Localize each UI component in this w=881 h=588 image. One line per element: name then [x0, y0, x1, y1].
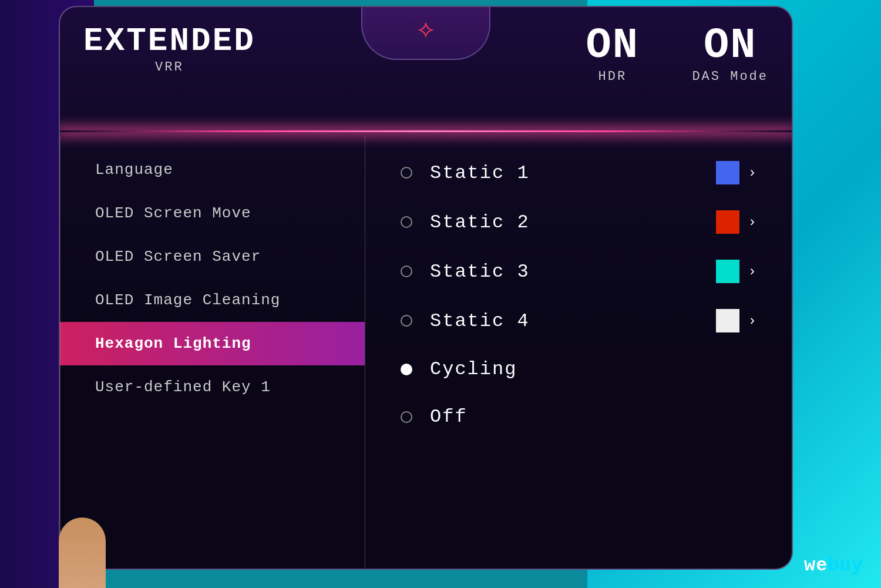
panel-divider — [60, 136, 60, 569]
menu-item-user-defined-key[interactable]: User-defined Key 1 — [60, 365, 365, 409]
logo-notch: ⟡ — [361, 7, 490, 60]
right-options-panel: Static 1 › Static 2 › Static 3 › — [365, 136, 792, 569]
option-label-off: Off — [430, 406, 756, 428]
option-dot-cycling — [401, 364, 412, 375]
content-area: Language OLED Screen Move OLED Screen Sa… — [60, 136, 792, 569]
vrr-value: EXTENDED — [83, 25, 255, 58]
watermark-buy: buy — [828, 555, 863, 576]
das-label: DAS Mode — [692, 69, 768, 84]
watermark-we: we — [804, 555, 828, 576]
vrr-label: VRR — [83, 60, 255, 75]
option-label-cycling: Cycling — [430, 358, 756, 380]
chevron-static1: › — [748, 165, 756, 181]
color-swatch-static3 — [716, 260, 739, 283]
option-static2[interactable]: Static 2 › — [389, 197, 768, 247]
hdr-label: HDR — [586, 69, 639, 84]
monitor-panel: ⟡ EXTENDED VRR ON HDR ON DAS Mode Langua… — [59, 6, 793, 570]
das-value: ON — [692, 25, 768, 67]
option-static4[interactable]: Static 4 › — [389, 296, 768, 345]
option-label-static2: Static 2 — [430, 211, 716, 233]
chevron-static4: › — [748, 313, 756, 329]
das-status: ON DAS Mode — [692, 25, 768, 84]
menu-item-oled-screen-saver[interactable]: OLED Screen Saver — [60, 235, 365, 278]
option-dot-static2 — [401, 216, 412, 228]
menu-item-language[interactable]: Language — [60, 148, 365, 191]
webuy-watermark: webuy — [804, 555, 863, 576]
vrr-status: EXTENDED VRR — [83, 25, 255, 75]
menu-item-oled-screen-move[interactable]: OLED Screen Move — [60, 191, 365, 235]
option-static3[interactable]: Static 3 › — [389, 247, 768, 296]
option-dot-static1 — [401, 167, 412, 179]
option-dot-static4 — [401, 315, 412, 327]
glow-divider — [60, 130, 792, 132]
menu-item-hexagon-lighting[interactable]: Hexagon Lighting — [60, 322, 365, 365]
option-label-static4: Static 4 — [430, 310, 716, 332]
chevron-static3: › — [748, 264, 756, 280]
brand-logo-icon: ⟡ — [418, 16, 434, 45]
hdr-status: ON HDR — [586, 25, 639, 84]
color-swatch-static2 — [716, 210, 739, 234]
option-dot-static3 — [401, 266, 412, 277]
color-swatch-static4 — [716, 309, 739, 332]
option-label-static1: Static 1 — [430, 162, 716, 184]
color-swatch-static1 — [716, 161, 739, 184]
option-label-static3: Static 3 — [430, 261, 716, 283]
option-static1[interactable]: Static 1 › — [389, 148, 768, 197]
finger-hand — [59, 518, 106, 588]
left-menu: Language OLED Screen Move OLED Screen Sa… — [60, 136, 365, 569]
menu-item-oled-image-cleaning[interactable]: OLED Image Cleaning — [60, 278, 365, 322]
chevron-static2: › — [748, 214, 756, 230]
hdr-value: ON — [586, 25, 639, 67]
top-status-bar: ⟡ EXTENDED VRR ON HDR ON DAS Mode — [60, 7, 792, 130]
option-dot-off — [401, 411, 412, 423]
option-off[interactable]: Off — [389, 393, 768, 441]
option-cycling[interactable]: Cycling — [389, 345, 768, 393]
